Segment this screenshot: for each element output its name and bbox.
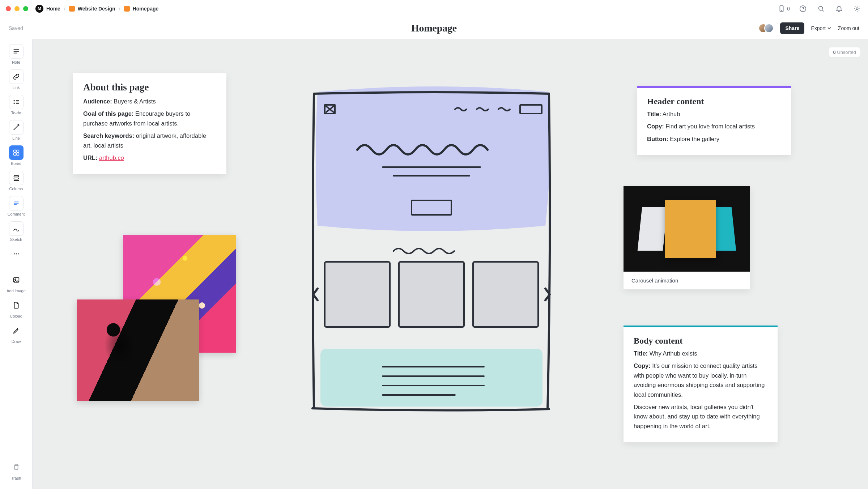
homepage-wireframe-sketch[interactable] xyxy=(303,81,560,414)
body-card-title: Body content xyxy=(634,336,767,346)
header-copy-label: Copy: xyxy=(647,123,664,129)
maximize-window-icon[interactable] xyxy=(23,6,28,11)
tool-label: Note xyxy=(12,60,20,64)
about-url-label: URL: xyxy=(83,154,97,161)
tool-board[interactable]: Board xyxy=(5,145,28,166)
unsorted-pill[interactable]: 0 Unsorted xyxy=(829,47,860,58)
svg-point-15 xyxy=(18,254,19,255)
card-carousel-animation[interactable]: Carousel animation xyxy=(624,186,750,289)
export-label: Export xyxy=(811,25,825,31)
tool-column[interactable]: Column xyxy=(5,171,28,191)
carousel-caption: Carousel animation xyxy=(624,272,750,289)
export-menu[interactable]: Export xyxy=(811,25,831,31)
breadcrumb-page[interactable]: Homepage xyxy=(124,6,159,12)
tool-more[interactable] xyxy=(5,247,28,261)
tool-label: Line xyxy=(12,136,20,140)
share-button[interactable]: Share xyxy=(780,22,804,34)
board-icon xyxy=(9,145,24,160)
unsorted-label: Unsorted xyxy=(837,50,856,55)
page-title[interactable]: Homepage xyxy=(411,22,457,34)
tool-label: Add image xyxy=(7,289,26,293)
body-copy-value: It's our mission to connect quality arti… xyxy=(634,362,765,397)
about-keywords-label: Search keywords: xyxy=(83,132,134,139)
image-icon xyxy=(9,273,24,287)
todo-icon xyxy=(9,95,24,109)
device-count-value: 0 xyxy=(787,6,790,12)
breadcrumb-home[interactable]: Home xyxy=(46,6,60,12)
note-icon xyxy=(9,44,24,59)
more-icon xyxy=(9,247,24,261)
header-copy-value: Find art you love from local artists xyxy=(665,123,755,129)
carousel-preview xyxy=(624,186,750,272)
comment-icon xyxy=(9,196,24,211)
help-button[interactable] xyxy=(798,4,808,14)
board-canvas[interactable]: 0 Unsorted About this page Audience: Buy… xyxy=(33,39,868,489)
breadcrumb-project[interactable]: Website Design xyxy=(69,6,115,12)
tool-upload[interactable]: Upload xyxy=(5,298,28,318)
unsorted-count: 0 xyxy=(833,50,835,55)
image-reference-street-artist[interactable] xyxy=(77,299,199,401)
tool-draw[interactable]: Draw xyxy=(5,323,28,344)
close-window-icon[interactable] xyxy=(6,6,11,11)
header-title-label: Title: xyxy=(647,111,661,117)
card-body-content[interactable]: Body content Title: Why Arthub exists Co… xyxy=(624,326,778,442)
trash-icon xyxy=(9,460,24,475)
tool-trash[interactable]: Trash xyxy=(5,460,28,480)
window-controls xyxy=(6,6,28,11)
svg-rect-11 xyxy=(14,178,18,179)
svg-point-3 xyxy=(803,10,803,10)
carousel-slide-center xyxy=(665,200,716,258)
body-title-label: Title: xyxy=(634,350,648,357)
notifications-button[interactable] xyxy=(834,4,844,14)
collaborator-avatars[interactable] xyxy=(758,24,774,33)
minimize-window-icon[interactable] xyxy=(14,6,20,11)
about-url-link[interactable]: arthub.co xyxy=(99,154,124,161)
tool-label: Sketch xyxy=(10,237,22,242)
tool-sketch[interactable]: Sketch xyxy=(5,221,28,242)
svg-point-13 xyxy=(14,254,15,255)
tool-add-image[interactable]: Add image xyxy=(5,273,28,293)
window-titlebar: M Home / Website Design / Homepage 0 xyxy=(0,0,868,17)
breadcrumb-page-label: Homepage xyxy=(133,6,159,12)
svg-point-14 xyxy=(16,254,17,255)
search-button[interactable] xyxy=(816,4,826,14)
card-header-content[interactable]: Header content Title: Arthub Copy: Find … xyxy=(637,86,791,155)
breadcrumb-home-label: Home xyxy=(46,6,60,12)
svg-rect-12 xyxy=(14,180,18,181)
link-icon xyxy=(9,69,24,84)
svg-point-5 xyxy=(856,8,858,10)
tool-label: Upload xyxy=(10,314,22,318)
about-audience-value: Buyers & Artists xyxy=(114,98,156,105)
project-color-icon xyxy=(69,6,75,12)
header-title-value: Arthub xyxy=(663,111,680,117)
tool-label: To-do xyxy=(11,111,21,115)
svg-rect-23 xyxy=(473,262,538,327)
tool-note[interactable]: Note xyxy=(5,44,28,64)
tool-label: Draw xyxy=(12,339,21,344)
tool-label: Board xyxy=(11,161,21,166)
upload-icon xyxy=(9,298,24,312)
header-card-title: Header content xyxy=(647,97,781,106)
tool-comment[interactable]: Comment xyxy=(5,196,28,216)
body-copy-label: Copy: xyxy=(634,362,651,369)
card-about[interactable]: About this page Audience: Buyers & Artis… xyxy=(73,73,226,174)
tool-link[interactable]: Link xyxy=(5,69,28,90)
draw-icon xyxy=(9,323,24,338)
tool-rail: Note Link To-do Line Board Column Commen… xyxy=(0,39,33,489)
sketch-icon xyxy=(9,221,24,236)
header-button-label: Button: xyxy=(647,136,668,142)
svg-rect-8 xyxy=(13,153,16,155)
tool-todo[interactable]: To-do xyxy=(5,95,28,115)
zoom-out-button[interactable]: Zoom out xyxy=(838,25,859,31)
device-count[interactable]: 0 xyxy=(778,5,790,13)
body-title-value: Why Arthub exists xyxy=(650,350,697,357)
page-color-icon xyxy=(124,6,130,12)
svg-point-4 xyxy=(819,6,823,10)
svg-rect-21 xyxy=(325,262,390,327)
document-bar: Saved Homepage Share Export Zoom out xyxy=(0,17,868,39)
settings-button[interactable] xyxy=(852,4,862,14)
svg-rect-7 xyxy=(16,150,18,152)
app-logo-icon[interactable]: M xyxy=(35,5,43,13)
svg-point-17 xyxy=(14,279,16,280)
tool-line[interactable]: Line xyxy=(5,120,28,140)
